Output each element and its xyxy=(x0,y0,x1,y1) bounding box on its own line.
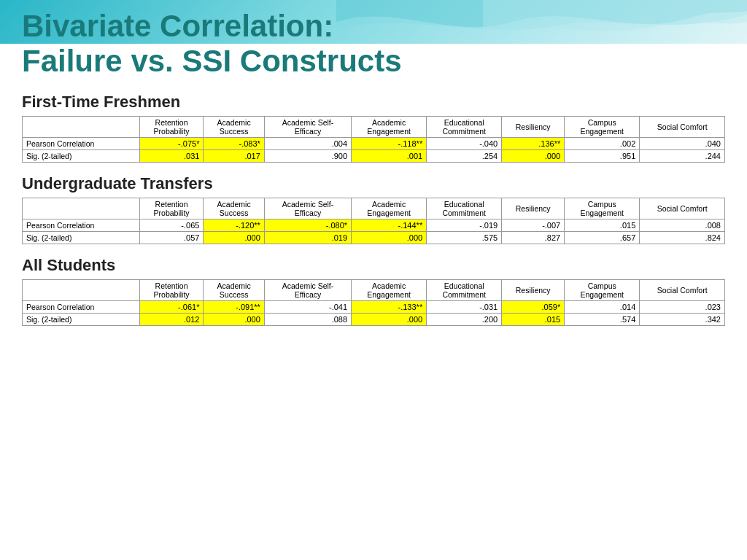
cell-1-1-3: .000 xyxy=(352,231,427,244)
cell-1-0-6: .015 xyxy=(565,219,640,231)
cell-2-0-1: -.091** xyxy=(204,300,264,313)
cell-2-1-5: .015 xyxy=(502,313,565,325)
col-header-academic_engagement: AcademicEngagement xyxy=(352,116,427,137)
cell-0-1-1: .017 xyxy=(204,149,264,162)
cell-2-0-6: .014 xyxy=(565,300,640,313)
cell-0-0-5: .136** xyxy=(502,137,565,149)
col-header-retention: RetentionProbability xyxy=(139,116,204,137)
cell-1-0-7: .008 xyxy=(640,219,725,231)
cell-1-0-2: -.080* xyxy=(264,219,351,231)
cell-2-1-0: .012 xyxy=(139,313,204,325)
col-header-educational_commitment: EducationalCommitment xyxy=(427,279,502,300)
col-header-academic_success: AcademicSuccess xyxy=(204,279,264,300)
cell-0-0-1: -.083* xyxy=(204,137,264,149)
table-row: Sig. (2-tailed).012.000.088.000.200.015.… xyxy=(23,313,725,325)
cell-1-1-5: .827 xyxy=(502,231,565,244)
cell-0-1-4: .254 xyxy=(427,149,502,162)
cell-0-0-7: .040 xyxy=(640,137,725,149)
table-row: Sig. (2-tailed).057.000.019.000.575.827.… xyxy=(23,231,725,244)
cell-2-1-4: .200 xyxy=(427,313,502,325)
col-header-academic_engagement: AcademicEngagement xyxy=(352,198,427,219)
section-1: Undergraduate TransfersRetentionProbabil… xyxy=(22,174,725,244)
cell-1-1-4: .575 xyxy=(427,231,502,244)
table-row: Pearson Correlation-.065-.120**-.080*-.1… xyxy=(23,219,725,231)
cell-0-0-0: -.075* xyxy=(139,137,204,149)
col-header-campus_engagement: CampusEngagement xyxy=(565,198,640,219)
row-label-2-1: Sig. (2-tailed) xyxy=(23,313,140,325)
col-header-academic_success: AcademicSuccess xyxy=(204,198,264,219)
cell-2-0-5: .059* xyxy=(502,300,565,313)
table-2: RetentionProbabilityAcademicSuccessAcade… xyxy=(22,279,725,326)
col-header-self_efficacy: Academic Self-Efficacy xyxy=(264,198,351,219)
cell-1-1-7: .824 xyxy=(640,231,725,244)
col-header-self_efficacy: Academic Self-Efficacy xyxy=(264,279,351,300)
row-label-1-0: Pearson Correlation xyxy=(23,219,140,231)
cell-2-0-4: -.031 xyxy=(427,300,502,313)
row-label-0-0: Pearson Correlation xyxy=(23,137,140,149)
col-header-resiliency: Resiliency xyxy=(502,198,565,219)
section-title-2: All Students xyxy=(22,256,725,275)
cell-0-1-0: .031 xyxy=(139,149,204,162)
section-0: First-Time FreshmenRetentionProbabilityA… xyxy=(22,93,725,163)
col-header-educational_commitment: EducationalCommitment xyxy=(427,116,502,137)
col-header-academic_success: AcademicSuccess xyxy=(204,116,264,137)
page-title: Bivariate Correlation: Failure vs. SSI C… xyxy=(22,9,725,79)
col-header-self_efficacy: Academic Self-Efficacy xyxy=(264,116,351,137)
section-2: All StudentsRetentionProbabilityAcademic… xyxy=(22,256,725,326)
col-header-retention: RetentionProbability xyxy=(139,198,204,219)
col-header-empty xyxy=(23,198,140,219)
cell-0-1-3: .001 xyxy=(352,149,427,162)
cell-1-0-5: -.007 xyxy=(502,219,565,231)
table-1: RetentionProbabilityAcademicSuccessAcade… xyxy=(22,198,725,244)
cell-2-1-6: .574 xyxy=(565,313,640,325)
cell-1-0-3: -.144** xyxy=(352,219,427,231)
cell-0-0-2: .004 xyxy=(264,137,351,149)
col-header-campus_engagement: CampusEngagement xyxy=(565,116,640,137)
cell-1-1-0: .057 xyxy=(139,231,204,244)
cell-0-1-7: .244 xyxy=(640,149,725,162)
col-header-empty xyxy=(23,279,140,300)
cell-2-1-7: .342 xyxy=(640,313,725,325)
col-header-social_comfort: Social Comfort xyxy=(640,116,725,137)
cell-2-0-3: -.133** xyxy=(352,300,427,313)
cell-2-0-2: -.041 xyxy=(264,300,351,313)
cell-2-1-1: .000 xyxy=(204,313,264,325)
col-header-social_comfort: Social Comfort xyxy=(640,198,725,219)
cell-2-0-0: -.061* xyxy=(139,300,204,313)
cell-2-1-2: .088 xyxy=(264,313,351,325)
cell-0-1-5: .000 xyxy=(502,149,565,162)
row-label-2-0: Pearson Correlation xyxy=(23,300,140,313)
table-row: Pearson Correlation-.061*-.091**-.041-.1… xyxy=(23,300,725,313)
section-title-0: First-Time Freshmen xyxy=(22,93,725,112)
col-header-resiliency: Resiliency xyxy=(502,279,565,300)
cell-0-1-2: .900 xyxy=(264,149,351,162)
col-header-resiliency: Resiliency xyxy=(502,116,565,137)
cell-1-0-1: -.120** xyxy=(204,219,264,231)
col-header-empty xyxy=(23,116,140,137)
cell-2-1-3: .000 xyxy=(352,313,427,325)
cell-1-1-6: .657 xyxy=(565,231,640,244)
table-row: Sig. (2-tailed).031.017.900.001.254.000.… xyxy=(23,149,725,162)
cell-1-0-4: -.019 xyxy=(427,219,502,231)
cell-2-0-7: .023 xyxy=(640,300,725,313)
cell-0-0-4: -.040 xyxy=(427,137,502,149)
table-row: Pearson Correlation-.075*-.083*.004-.118… xyxy=(23,137,725,149)
col-header-social_comfort: Social Comfort xyxy=(640,279,725,300)
col-header-educational_commitment: EducationalCommitment xyxy=(427,198,502,219)
cell-1-0-0: -.065 xyxy=(139,219,204,231)
row-label-0-1: Sig. (2-tailed) xyxy=(23,149,140,162)
cell-0-1-6: .951 xyxy=(565,149,640,162)
table-0: RetentionProbabilityAcademicSuccessAcade… xyxy=(22,116,725,163)
col-header-campus_engagement: CampusEngagement xyxy=(565,279,640,300)
col-header-retention: RetentionProbability xyxy=(139,279,204,300)
cell-1-1-2: .019 xyxy=(264,231,351,244)
cell-0-0-3: -.118** xyxy=(352,137,427,149)
col-header-academic_engagement: AcademicEngagement xyxy=(352,279,427,300)
section-title-1: Undergraduate Transfers xyxy=(22,174,725,193)
cell-1-1-1: .000 xyxy=(204,231,264,244)
cell-0-0-6: .002 xyxy=(565,137,640,149)
row-label-1-1: Sig. (2-tailed) xyxy=(23,231,140,244)
